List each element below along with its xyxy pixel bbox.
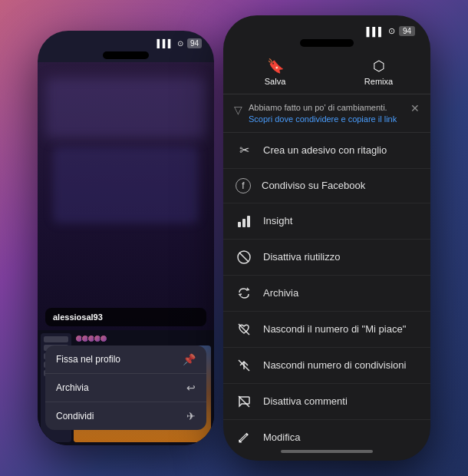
notification-filter-icon: ▽ (234, 104, 242, 116)
sticker-icon: ✂ (236, 142, 252, 159)
phone-left: ▌▌▌ ⊙ 94 alessiosal93 (38, 31, 214, 445)
edit-label: Modifica (263, 431, 300, 443)
notification-main-text: Abbiamo fatto un po' di cambiamenti. (249, 103, 387, 112)
menu-item-edit[interactable]: Modifica (223, 420, 430, 445)
menu-item-facebook[interactable]: f Condiviso su Facebook (223, 169, 430, 203)
right-battery: 94 (399, 26, 415, 36)
remixa-icon: ⬡ (373, 58, 385, 74)
tab-salva[interactable]: 🔖 Salva (223, 51, 327, 94)
share-icon: ✈ (186, 410, 196, 422)
right-menu-list: ✂ Crea un adesivo con ritaglio f Condivi… (223, 133, 430, 445)
left-menu-pin[interactable]: Fissa nel profilo 📌 (45, 345, 206, 374)
close-notification-button[interactable]: ✕ (410, 102, 420, 114)
post-header-row (74, 333, 211, 344)
avatar-circles (75, 335, 106, 342)
svg-line-4 (239, 253, 249, 262)
insight-label: Insight (263, 215, 292, 226)
menu-item-disable-reuse[interactable]: Disattiva riutilizzo (223, 240, 430, 276)
hide-likes-label: Nascondi il numero di "Mi piace" (263, 323, 406, 335)
sticker-label: Crea un adesivo con ritaglio (263, 144, 387, 156)
sheet-header: 🔖 Salva ⬡ Remixa (223, 51, 430, 94)
left-menu-archive-label: Archivia (56, 382, 89, 393)
left-menu-pin-label: Fissa nel profilo (56, 354, 120, 365)
disable-comments-icon (236, 393, 252, 410)
archive-icon: ↩ (186, 382, 196, 394)
menu-item-archive[interactable]: Archivia (223, 276, 430, 312)
right-signal-icon: ▌▌▌ (366, 27, 384, 36)
disable-reuse-label: Disattiva riutilizzo (263, 251, 340, 263)
notification-link[interactable]: Scopri dove condividere e copiare il lin… (249, 114, 397, 124)
notification-text: Abbiamo fatto un po' di cambiamenti. Sco… (249, 102, 404, 126)
left-menu-share[interactable]: Condividi ✈ (45, 402, 206, 430)
hide-likes-icon (236, 321, 252, 338)
phones-container: ▌▌▌ ⊙ 94 alessiosal93 (38, 15, 430, 461)
left-wifi-icon: ⊙ (177, 39, 183, 48)
menu-item-insight[interactable]: Insight (223, 203, 430, 240)
sidebar-item-1 (44, 336, 68, 342)
disable-comments-label: Disattiva commenti (263, 395, 348, 407)
left-notch (103, 51, 149, 59)
svg-rect-2 (247, 216, 250, 227)
notification-bar: ▽ Abbiamo fatto un po' di cambiamenti. S… (223, 94, 430, 133)
menu-item-sticker[interactable]: ✂ Crea un adesivo con ritaglio (223, 133, 430, 169)
right-status-bar: ▌▌▌ ⊙ 94 (223, 15, 430, 39)
edit-icon (236, 429, 252, 445)
username-text: alessiosal93 (53, 312, 103, 322)
archive-menu-label: Archivia (263, 287, 298, 299)
salva-label: Salva (265, 77, 286, 86)
avatar-5 (100, 335, 107, 342)
facebook-label: Condiviso su Facebook (262, 180, 365, 191)
menu-item-hide-shares[interactable]: Nascondi numero di condivisioni (223, 348, 430, 384)
right-home-indicator (281, 450, 373, 453)
right-wifi-icon: ⊙ (388, 26, 395, 36)
disable-reuse-icon (236, 249, 252, 266)
hide-shares-icon (236, 357, 252, 374)
phone-right: ▌▌▌ ⊙ 94 🔖 Salva ⬡ Remixa ▽ Abbiamo fatt… (223, 15, 430, 461)
insight-icon (236, 213, 252, 230)
left-status-bar: ▌▌▌ ⊙ 94 (38, 31, 214, 51)
username-bar: alessiosal93 (45, 308, 206, 326)
hide-shares-label: Nascondi numero di condivisioni (263, 359, 406, 371)
left-blurred-bg: alessiosal93 (38, 62, 214, 445)
archive-menu-icon (236, 285, 252, 302)
left-battery: 94 (187, 38, 202, 48)
facebook-icon: f (236, 178, 251, 193)
left-menu-share-label: Condividi (56, 411, 94, 421)
tab-remixa[interactable]: ⬡ Remixa (327, 51, 430, 94)
salva-icon: 🔖 (267, 58, 284, 74)
left-context-menu: Fissa nel profilo 📌 Archivia ↩ Condividi… (45, 345, 206, 430)
right-notch (300, 39, 354, 47)
remixa-label: Remixa (364, 77, 393, 86)
left-menu-archive[interactable]: Archivia ↩ (45, 374, 206, 402)
pin-icon: 📌 (183, 353, 196, 365)
menu-item-hide-likes[interactable]: Nascondi il numero di "Mi piace" (223, 312, 430, 348)
svg-rect-1 (242, 219, 246, 227)
svg-rect-0 (238, 222, 241, 227)
menu-item-disable-comments[interactable]: Disattiva commenti (223, 384, 430, 420)
left-signal-icon: ▌▌▌ (157, 39, 173, 48)
